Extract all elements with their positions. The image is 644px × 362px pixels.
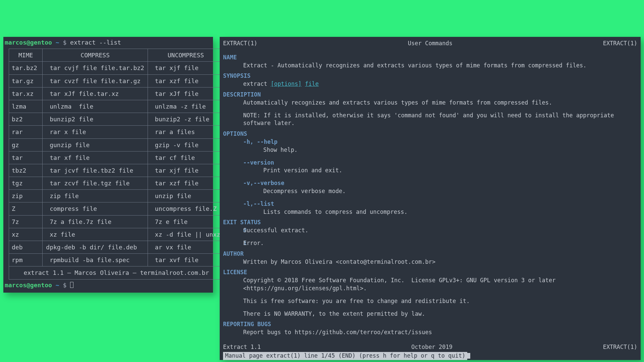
table-row: 7z 7z a file.7z file 7z e file <box>9 215 224 228</box>
cell-uncompress: tar xjf file <box>148 62 224 74</box>
cell-compress: tar xJf file.tar.xz <box>43 87 148 100</box>
cell-uncompress: tar xvf file <box>148 254 224 266</box>
man-footer-center: October 2019 <box>411 343 452 351</box>
table-row: tar tar xf file tar cf file <box>9 151 224 164</box>
cell-mime: rar <box>9 126 43 138</box>
cell-uncompress: uncompress file.Z <box>148 202 224 215</box>
cell-compress: unlzma file <box>43 100 148 113</box>
prompt-user: marcos@gentoo <box>5 39 52 46</box>
prompt-command: extract --list <box>70 39 121 46</box>
table-row: tar.bz2 tar cvjf file file.tar.bz2 tar x… <box>9 62 224 74</box>
man-header-right: EXTRACT(1) <box>603 40 637 48</box>
terminal-extract-list[interactable]: marcos@gentoo ~ $ extract --list MIME CO… <box>3 37 213 293</box>
option-version: --version <box>223 159 637 167</box>
table-row: tar.xz tar xJf file.tar.xz tar xJf file <box>9 87 224 100</box>
cell-mime: lzma <box>9 100 43 113</box>
cell-mime: bz2 <box>9 113 43 126</box>
cell-compress: rpmbuild -ba file.spec <box>43 254 148 266</box>
cell-uncompress: tar xzf file <box>148 177 224 190</box>
option-help: -h, --help <box>223 138 637 146</box>
cell-compress: tar cvjf file file.tar.bz2 <box>43 62 148 74</box>
terminal-manpage[interactable]: EXTRACT(1) User Commands EXTRACT(1) NAME… <box>220 37 641 360</box>
cell-compress: tar cvzf file file.tar.gz <box>43 74 148 87</box>
man-header: EXTRACT(1) User Commands EXTRACT(1) <box>223 39 637 51</box>
cell-compress: rar x file <box>43 126 148 138</box>
cell-uncompress: 7z e file <box>148 215 224 228</box>
cell-uncompress: bunzip2 -z file <box>148 113 224 126</box>
section-name: NAME <box>223 54 637 62</box>
cell-mime: deb <box>9 241 43 254</box>
section-description: DESCRIPTION <box>223 91 637 99</box>
cell-uncompress: tar xzf file <box>148 74 224 87</box>
cell-compress: tar jcvf file.tbz2 file <box>43 164 148 177</box>
option-list: -l,--list <box>223 200 637 208</box>
cell-mime: rpm <box>9 254 43 266</box>
option-help-desc: Show help. <box>223 146 637 154</box>
table-footer: extract 1.1 – Marcos Oliveira – terminal… <box>9 266 224 279</box>
cell-mime: zip <box>9 190 43 202</box>
cell-mime: gz <box>9 138 43 151</box>
cell-uncompress: xz -d file || unxz <box>148 228 224 241</box>
prompt-line-2[interactable]: marcos@gentoo ~ $ <box>3 280 213 291</box>
cell-compress: gunzip file <box>43 138 148 151</box>
cursor-icon <box>467 353 470 359</box>
col-uncompress: UNCOMPRESS <box>148 49 224 62</box>
cell-mime: tar.xz <box>9 87 43 100</box>
option-version-desc: Print version and exit. <box>223 167 637 175</box>
table-row: rar rar x file rar a files <box>9 126 224 138</box>
license-text-3: There is NO WARRANTY, to the extent perm… <box>223 310 637 318</box>
section-license: LICENSE <box>223 268 637 277</box>
synopsis-options-link[interactable]: [options] <box>271 80 302 87</box>
bugs-text: Report bugs to https://github.com/terroo… <box>223 328 637 337</box>
cell-uncompress: tar xJf file <box>148 87 224 100</box>
cell-compress: 7z a file.7z file <box>43 215 148 228</box>
cell-compress: dpkg-deb -b dir/ file.deb <box>43 241 148 254</box>
exit-0: 0Successful extract. <box>223 227 637 235</box>
cell-mime: tgz <box>9 177 43 190</box>
table-row: Z compress file uncompress file.Z <box>9 202 224 215</box>
synopsis-file-link[interactable]: file <box>305 80 319 87</box>
cell-compress: bunzip2 file <box>43 113 148 126</box>
table-row: gz gunzip file gzip -v file <box>9 138 224 151</box>
cell-compress: zip file <box>43 190 148 202</box>
description-text-2: NOTE: If it is installed, otherwise it s… <box>223 112 637 128</box>
table-row: tbz2 tar jcvf file.tbz2 file tar xjf fil… <box>9 164 224 177</box>
cell-uncompress: unlzma -z file <box>148 100 224 113</box>
table-row: rpm rpmbuild -ba file.spec tar xvf file <box>9 254 224 266</box>
cell-uncompress: tar xjf file <box>148 164 224 177</box>
prompt-symbol: $ <box>63 39 66 46</box>
table-row: lzma unlzma file unlzma -z file <box>9 100 224 113</box>
table-row: bz2 bunzip2 file bunzip2 -z file <box>9 113 224 126</box>
cell-mime: 7z <box>9 215 43 228</box>
cell-mime: tbz2 <box>9 164 43 177</box>
table-row: debdpkg-deb -b dir/ file.deb ar vx file <box>9 241 224 254</box>
cell-compress: tar xf file <box>43 151 148 164</box>
table-row: tgz tar zcvf file.tgz file tar xzf file <box>9 177 224 190</box>
man-header-center: User Commands <box>408 40 452 48</box>
cell-compress: tar zcvf file.tgz file <box>43 177 148 190</box>
option-verbose: -v,--verbose <box>223 179 637 187</box>
cell-mime: tar.gz <box>9 74 43 87</box>
license-text-2: This is free software: you are free to c… <box>223 297 637 305</box>
man-statusbar-line: Manual page extract(1) line 1/45 (END) (… <box>223 351 637 360</box>
section-exit-status: EXIT STATUS <box>223 219 637 227</box>
man-footer: Extract 1.1 October 2019 EXTRACT(1) <box>223 339 637 351</box>
table-row: tar.gz tar cvzf file file.tar.gz tar xzf… <box>9 74 224 87</box>
cell-uncompress: gzip -v file <box>148 138 224 151</box>
license-text-1: Copyright © 2018 Free Software Foundatio… <box>223 277 637 293</box>
cell-mime: Z <box>9 202 43 215</box>
prompt-line: marcos@gentoo ~ $ extract --list <box>3 37 213 48</box>
man-header-left: EXTRACT(1) <box>223 40 257 48</box>
section-options: OPTIONS <box>223 130 637 138</box>
option-verbose-desc: Decompress verbose mode. <box>223 187 637 195</box>
section-synopsis: SYNOPSIS <box>223 72 637 80</box>
section-reporting-bugs: REPORTING BUGS <box>223 320 637 328</box>
man-footer-left: Extract 1.1 <box>223 343 261 351</box>
cell-uncompress: ar vx file <box>148 241 224 254</box>
option-list-desc: Lists commands to compress and uncompres… <box>223 208 637 216</box>
cell-compress: xz file <box>43 228 148 241</box>
cell-mime: tar <box>9 151 43 164</box>
name-text: Extract - Automatically recognizes and e… <box>223 62 637 70</box>
cell-mime: tar.bz2 <box>9 62 43 74</box>
mime-table: MIME COMPRESS UNCOMPRESS tar.bz2 tar cvj… <box>9 49 224 279</box>
